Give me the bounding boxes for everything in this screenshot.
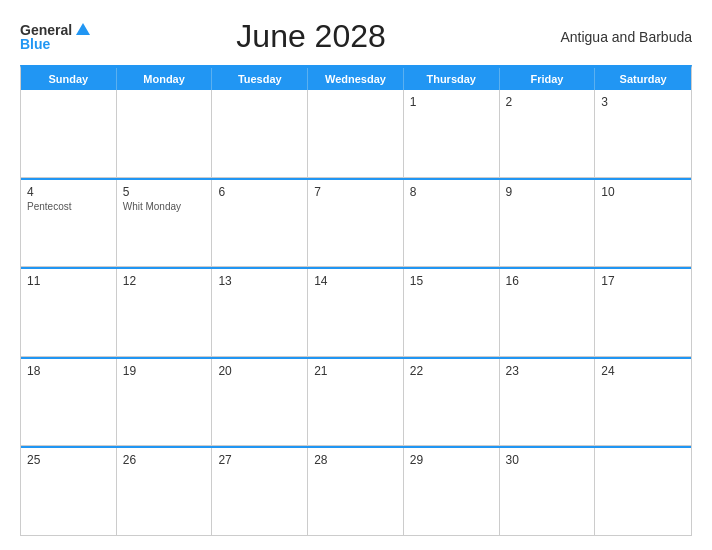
logo-general-text: General [20,23,72,37]
calendar-header: Sunday Monday Tuesday Wednesday Thursday… [21,68,691,90]
cell-w5-fri: 30 [500,448,596,535]
logo-blue-text: Blue [20,37,90,51]
cell-w1-sat: 3 [595,90,691,177]
cell-w5-tue: 27 [212,448,308,535]
week-4: 18 19 20 21 22 23 24 [21,357,691,447]
cell-w4-sat: 24 [595,359,691,446]
cell-w1-fri: 2 [500,90,596,177]
cell-w3-wed: 14 [308,269,404,356]
week-2: 4 Pentecost 5 Whit Monday 6 7 8 9 [21,178,691,268]
cell-w2-fri: 9 [500,180,596,267]
logo-triangle-icon [76,23,90,35]
header-tuesday: Tuesday [212,68,308,90]
cell-w5-sat [595,448,691,535]
cell-w3-tue: 13 [212,269,308,356]
page: General Blue June 2028 Antigua and Barbu… [0,0,712,550]
week-5: 25 26 27 28 29 30 [21,446,691,535]
header-wednesday: Wednesday [308,68,404,90]
cell-w3-mon: 12 [117,269,213,356]
cell-w1-wed [308,90,404,177]
header-thursday: Thursday [404,68,500,90]
cell-w4-fri: 23 [500,359,596,446]
cell-w4-mon: 19 [117,359,213,446]
cell-w4-sun: 18 [21,359,117,446]
calendar-body: 1 2 3 4 Pentecost 5 Whit Monday [21,90,691,535]
cell-w2-mon: 5 Whit Monday [117,180,213,267]
calendar-title: June 2028 [90,18,532,55]
cell-w1-mon [117,90,213,177]
cell-w1-sun [21,90,117,177]
header-friday: Friday [500,68,596,90]
cell-w2-sun: 4 Pentecost [21,180,117,267]
cell-w1-tue [212,90,308,177]
header-monday: Monday [117,68,213,90]
cell-w1-thu: 1 [404,90,500,177]
cell-w5-mon: 26 [117,448,213,535]
cell-w2-thu: 8 [404,180,500,267]
country-name: Antigua and Barbuda [532,29,692,45]
cell-w2-sat: 10 [595,180,691,267]
cell-w3-sun: 11 [21,269,117,356]
header: General Blue June 2028 Antigua and Barbu… [20,18,692,55]
cell-w5-sun: 25 [21,448,117,535]
cell-w5-thu: 29 [404,448,500,535]
cell-w3-thu: 15 [404,269,500,356]
calendar: Sunday Monday Tuesday Wednesday Thursday… [20,65,692,536]
cell-w4-tue: 20 [212,359,308,446]
cell-w3-sat: 17 [595,269,691,356]
header-saturday: Saturday [595,68,691,90]
cell-w2-wed: 7 [308,180,404,267]
week-3: 11 12 13 14 15 16 17 [21,267,691,357]
cell-w4-thu: 22 [404,359,500,446]
cell-w3-fri: 16 [500,269,596,356]
header-sunday: Sunday [21,68,117,90]
cell-w4-wed: 21 [308,359,404,446]
cell-w5-wed: 28 [308,448,404,535]
week-1: 1 2 3 [21,90,691,178]
cell-w2-tue: 6 [212,180,308,267]
logo: General Blue [20,23,90,51]
